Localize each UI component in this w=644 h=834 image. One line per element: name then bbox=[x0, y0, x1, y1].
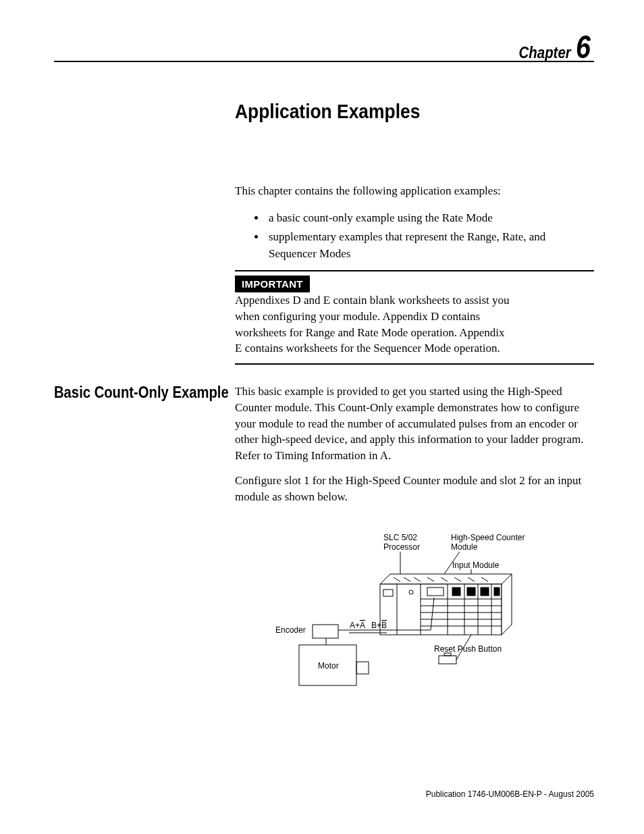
svg-rect-23 bbox=[452, 588, 460, 596]
wiring-diagram: SLC 5/02 Processor High-Speed Counter Mo… bbox=[262, 530, 552, 706]
diagram-label-processor: Processor bbox=[383, 542, 420, 552]
important-label: IMPORTANT bbox=[235, 276, 310, 292]
chapter-label: Chapter bbox=[518, 43, 570, 62]
page-title: Application Examples bbox=[235, 100, 420, 123]
page-header: Chapter 6 bbox=[510, 28, 594, 66]
section-paragraph-1: This basic example is provided to get yo… bbox=[235, 384, 594, 464]
important-callout: IMPORTANT Appendixes D and E contain bla… bbox=[235, 270, 594, 365]
svg-text:B: B bbox=[381, 621, 387, 630]
bullet-list: a basic count-only example using the Rat… bbox=[255, 209, 594, 264]
diagram-label-hsc2: Module bbox=[451, 542, 478, 552]
svg-rect-41 bbox=[356, 662, 369, 674]
diagram-label-slc: SLC 5/02 bbox=[383, 533, 417, 542]
intro-paragraph: This chapter contains the following appl… bbox=[235, 184, 594, 199]
svg-rect-24 bbox=[467, 588, 475, 596]
section-paragraph-2: Configure slot 1 for the High-Speed Coun… bbox=[235, 473, 594, 505]
svg-rect-26 bbox=[494, 588, 500, 596]
important-text: Appendixes D and E contain blank workshe… bbox=[235, 292, 512, 357]
svg-text:A: A bbox=[360, 621, 365, 630]
svg-text:B+: B+ bbox=[371, 621, 381, 630]
diagram-label-motor: Motor bbox=[318, 661, 339, 671]
diagram-label-reset: Reset Push Button bbox=[434, 644, 502, 654]
list-item: a basic count-only example using the Rat… bbox=[266, 209, 594, 227]
diagram-label-hsc1: High-Speed Counter bbox=[451, 533, 525, 542]
header-rule bbox=[54, 61, 594, 62]
chapter-number: 6 bbox=[576, 28, 591, 66]
svg-rect-25 bbox=[481, 588, 489, 596]
list-item: supplementary examples that represent th… bbox=[266, 228, 594, 263]
svg-marker-5 bbox=[502, 574, 512, 635]
section-heading: Basic Count-Only Example bbox=[54, 384, 229, 402]
svg-rect-43 bbox=[439, 656, 456, 664]
publication-footer: Publication 1746-UM006B-EN-P - August 20… bbox=[426, 789, 594, 799]
diagram-label-input: Input Module bbox=[452, 561, 500, 570]
svg-text:A+: A+ bbox=[350, 621, 360, 630]
svg-marker-3 bbox=[380, 574, 512, 584]
diagram-label-encoder: Encoder bbox=[275, 625, 306, 635]
svg-rect-32 bbox=[313, 625, 338, 638]
